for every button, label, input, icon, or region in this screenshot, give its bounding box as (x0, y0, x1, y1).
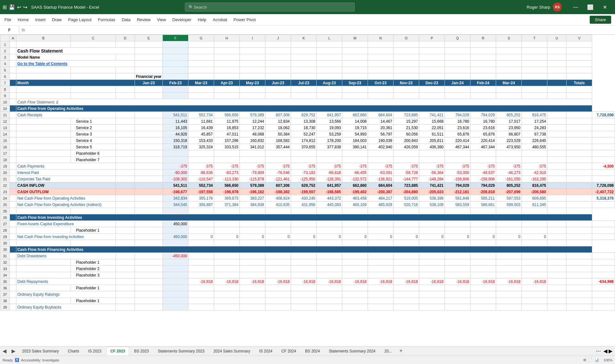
col-header-U[interactable]: U (547, 35, 567, 41)
tab-is-2023[interactable]: IS 2023 (84, 347, 105, 356)
scroll-left-button[interactable]: ◀ (603, 348, 609, 354)
access-bar: Ready ♿ Accessibility: Investigate ⊞ 📄 📊… (0, 356, 615, 364)
table-row: 13 Service 2 16,105 16,439 16,853 17,232… (0, 125, 615, 131)
table-row: 35 Debt Repayments -16,818 -16,818 -16,8… (0, 278, 615, 285)
cell-reference[interactable]: F (0, 26, 19, 34)
spreadsheet-container: A B C D E F G H I J K L M N O P Q (0, 35, 615, 346)
col-header-G[interactable]: G (188, 35, 214, 41)
user-avatar[interactable]: RS (553, 3, 562, 12)
col-header-B[interactable]: B (16, 35, 71, 41)
menu-home[interactable]: Home (14, 16, 32, 23)
menu-formulas[interactable]: Formulas (95, 16, 119, 23)
tab-bs-2024[interactable]: BS 2024 (301, 347, 324, 356)
redo-icon[interactable]: ↪ (23, 4, 27, 10)
scroll-right-button[interactable]: ▶ (609, 348, 615, 354)
table-row: 36 Placeholder 1 (0, 285, 615, 291)
menu-power-pivot[interactable]: Power Pivot (230, 16, 259, 23)
toc-link[interactable]: Go to the Table of Contents (16, 61, 135, 67)
tab-prev-button[interactable]: ◀ (0, 346, 9, 356)
menu-page-layout[interactable]: Page Layout (65, 16, 95, 23)
tab-statements-summary-2023[interactable]: Statements Summary 2023 (154, 347, 209, 356)
tab-bs-2023[interactable]: BS 2023 (130, 347, 153, 356)
col-header-K[interactable]: K (291, 35, 317, 41)
maximize-button[interactable]: ⬜ (583, 0, 598, 14)
normal-view-icon[interactable]: ⊞ (583, 358, 586, 362)
menu-data[interactable]: Data (119, 16, 134, 23)
table-row: 4 Go to the Table of Contents (0, 61, 615, 67)
col-header-M[interactable]: M (342, 35, 368, 41)
col-header-C[interactable]: C (71, 35, 116, 41)
col-header-A[interactable]: A (10, 35, 16, 41)
table-row: 25 Net Cash Flow from Operating Activiti… (0, 202, 615, 208)
page-layout-view-icon[interactable]: 📄 (588, 358, 593, 362)
menu-draw[interactable]: Draw (49, 16, 65, 23)
table-row: 12 Service 1 11,443 11,681 11,975 12,244… (0, 118, 615, 125)
tab-charts[interactable]: Charts (64, 347, 83, 356)
spreadsheet-table: A B C D E F G H I J K L M N O P Q (0, 35, 615, 310)
menu-help[interactable]: Help (195, 16, 210, 23)
cash-inflow-row: 22 CASH INFLOW 541,511 552,734 566,650 5… (0, 182, 615, 189)
menu-file[interactable]: File (1, 16, 14, 23)
fx-icon: fx (19, 28, 28, 32)
table-row: 3 Model Name (0, 54, 615, 61)
col-header-R[interactable]: R (470, 35, 496, 41)
col-header-I[interactable]: I (240, 35, 265, 41)
search-icon: 🔍 (188, 5, 194, 10)
col-header-V[interactable]: V (567, 35, 592, 41)
tab-2023-sales-summary[interactable]: 2023 Sales Summary (18, 347, 63, 356)
table-row: 15 Service 4 150,318 153,433 157,296 160… (0, 137, 615, 144)
undo-icon[interactable]: ↩ (17, 4, 21, 10)
spreadsheet[interactable]: A B C D E F G H I J K L M N O P Q (0, 35, 615, 346)
zoom-level: 100% (603, 358, 612, 362)
col-header-H[interactable]: H (214, 35, 240, 41)
col-header-L[interactable]: L (317, 35, 342, 41)
menu-developer[interactable]: Developer (169, 16, 195, 23)
save-icon[interactable]: 💾 (9, 4, 15, 10)
tab-options-button[interactable]: ⋯ (596, 348, 603, 354)
formula-bar: F fx (0, 26, 615, 35)
search-box[interactable]: 🔍 (185, 3, 355, 12)
col-header-P[interactable]: P (419, 35, 445, 41)
menu-acrobat[interactable]: Acrobat (210, 16, 230, 23)
tabs-bar: ◀ ▶ 2023 Sales Summary Charts IS 2023 CF… (0, 346, 615, 356)
tab-statements-summary-2024[interactable]: Statements Summary 2024 (325, 347, 379, 356)
col-header-E[interactable]: E (135, 35, 163, 41)
col-header-N[interactable]: N (368, 35, 394, 41)
table-row: 11 Cash Receipts 541,511 552,734 566,650… (0, 112, 615, 118)
month-header-row: 7 Month Jan-23 Feb-23 Mar-23 Apr-23 May-… (0, 80, 615, 86)
tab-cf-2024[interactable]: CF 2024 (277, 347, 300, 356)
page-break-view-icon[interactable]: 📊 (594, 358, 599, 362)
close-button[interactable]: ✕ (598, 0, 612, 14)
minimize-button[interactable]: — (568, 0, 583, 14)
table-row: 18 Placeholder 7 (0, 157, 615, 163)
menu-review[interactable]: Review (134, 16, 154, 23)
col-header-O[interactable]: O (394, 35, 419, 41)
tab-cf-2023[interactable]: CF 2023 (106, 347, 129, 356)
col-header-T[interactable]: T (522, 35, 547, 41)
app-icons: ⊞ 💾 ↩ ↪ (3, 4, 27, 10)
add-sheet-button[interactable]: + (397, 348, 405, 354)
menu-view[interactable]: View (154, 16, 169, 23)
share-button[interactable]: Share (590, 16, 611, 24)
cash-flow-title: Cash Flow Statement (16, 48, 135, 54)
tab-2024-sales-summary[interactable]: 2024 Sales Summary (209, 347, 254, 356)
col-header-F[interactable]: F (163, 35, 188, 41)
col-header-D[interactable]: D (116, 35, 135, 41)
table-row: 31 Debt Drawdowns -450,000 (0, 253, 615, 259)
title-bar: ⊞ 💾 ↩ ↪ SAAS Startup Finance Model - Exc… (0, 0, 615, 14)
table-row: 28 Placeholder 1 (0, 227, 615, 234)
excel-icon[interactable]: ⊞ (3, 4, 7, 10)
tab-next-button[interactable]: ▶ (9, 346, 18, 356)
tab-is-2024[interactable]: IS 2024 (255, 347, 277, 356)
col-header-Q[interactable]: Q (445, 35, 470, 41)
search-input[interactable] (194, 5, 351, 10)
corner-cell (0, 35, 10, 41)
table-row: 39 Ordinary Equity Buybacks (0, 304, 615, 310)
col-header-S[interactable]: S (496, 35, 522, 41)
accessibility-label[interactable]: Accessibility: Investigate (21, 358, 59, 362)
menu-insert[interactable]: Insert (32, 16, 49, 23)
tab-overflow[interactable]: 20... (380, 347, 396, 356)
table-row: 14 Service 3 44,926 45,857 47,011 48,068… (0, 131, 615, 137)
table-row: 29 Net Cash Flow from Investing Activiti… (0, 234, 615, 240)
col-header-J[interactable]: J (265, 35, 291, 41)
